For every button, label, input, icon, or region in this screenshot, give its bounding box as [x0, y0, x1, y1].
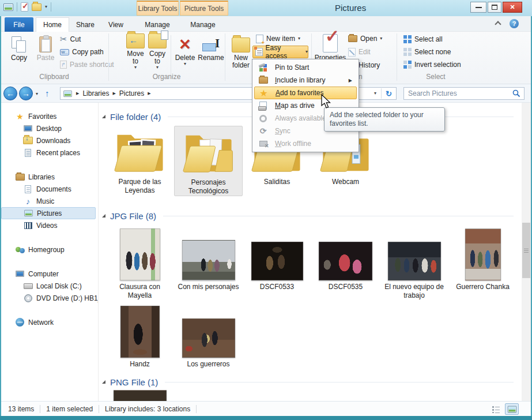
sidebar-item-documents[interactable]: Documents: [1, 183, 98, 195]
tab-file[interactable]: File: [5, 17, 33, 32]
photo-tile-el-nuevo-equipo[interactable]: El nuevo equipo de trabajo: [380, 224, 448, 300]
breadcrumb-libraries[interactable]: Libraries: [82, 89, 109, 97]
paste-shortcut-button[interactable]: Paste shortcut: [60, 59, 114, 70]
minimize-button[interactable]: [470, 2, 486, 13]
menu-item-work-offline[interactable]: Work offline: [254, 137, 357, 150]
qat-dropdown-icon[interactable]: ▾: [45, 5, 47, 9]
new-item-button[interactable]: New item▾: [256, 33, 300, 44]
photo-tile-clausura-con-mayella[interactable]: Clausura con Mayella: [105, 224, 174, 300]
easy-access-icon: [255, 48, 263, 56]
collapse-group-icon[interactable]: [102, 380, 105, 384]
help-icon[interactable]: ?: [510, 19, 519, 28]
search-input[interactable]: [404, 89, 512, 97]
cut-button[interactable]: ✂Cut: [60, 33, 81, 45]
sidebar-item-pictures[interactable]: Pictures: [1, 207, 96, 219]
photo-tile-dscf0535[interactable]: DSCF0535: [311, 224, 380, 291]
sidebar-item-computer[interactable]: Computer: [1, 268, 98, 280]
breadcrumb-arrow-icon[interactable]: ▶: [112, 91, 115, 96]
pictures-icon: [24, 210, 32, 216]
tab-manage-library[interactable]: Manage: [138, 17, 176, 32]
minimize-ribbon-chevron-icon[interactable]: [496, 22, 500, 27]
delete-button[interactable]: ✕ Delete▾: [173, 33, 197, 70]
recent-pages-dropdown-icon[interactable]: ▾: [36, 92, 38, 96]
library-locations: Library includes: 3 locations: [105, 405, 190, 413]
photo-tile-dscf0533[interactable]: DSCF0533: [243, 224, 311, 291]
photo-thumbnail: [114, 390, 167, 401]
sidebar-item-local-disk[interactable]: Local Disk (C:): [1, 280, 98, 292]
photo-tile-png[interactable]: [105, 390, 174, 401]
sync-icon: ⟳: [258, 126, 268, 136]
sidebar-item-libraries[interactable]: Libraries: [1, 171, 98, 183]
group-header-jpg-file[interactable]: JPG File (8): [102, 210, 514, 222]
item-label: Personajes Tecnológicos: [175, 178, 242, 196]
window-border: [0, 16, 1, 420]
invert-selection-button[interactable]: Invert selection: [403, 59, 461, 70]
sidebar-item-downloads[interactable]: ↓ Downloads: [1, 134, 98, 147]
properties-qat-icon[interactable]: [21, 2, 28, 12]
select-none-button[interactable]: Select none: [403, 46, 451, 58]
selected-count: 1 item selected: [46, 405, 93, 413]
open-button[interactable]: Open▾: [348, 33, 382, 44]
sidebar-item-videos[interactable]: Videos: [1, 219, 98, 231]
divider: [40, 405, 40, 413]
maximize-button[interactable]: [488, 2, 501, 13]
photo-tile-handz[interactable]: Handz: [105, 301, 174, 369]
search-icon[interactable]: [512, 89, 520, 97]
menu-item-pin-to-start[interactable]: Pin to Start: [254, 61, 357, 74]
close-button[interactable]: ✕: [503, 2, 522, 13]
edit-button[interactable]: Edit: [348, 46, 371, 58]
scrollbar-thumb[interactable]: [522, 223, 530, 278]
photo-tile-con-mis-personajes[interactable]: Con mis personajes: [174, 224, 243, 291]
copy-to-button[interactable]: Copy to▾: [144, 33, 171, 70]
breadcrumb-arrow-icon[interactable]: ▶: [148, 91, 150, 96]
breadcrumb-pictures[interactable]: Pictures: [119, 89, 144, 97]
collapse-group-icon[interactable]: [102, 214, 105, 217]
map-drive-icon: [259, 102, 267, 110]
up-button[interactable]: ↑: [45, 88, 50, 98]
back-button[interactable]: ←: [3, 87, 17, 100]
photo-thumbnail: [319, 242, 372, 280]
item-label: Con mis personajes: [178, 283, 239, 291]
thumbnails-view-button[interactable]: [505, 403, 519, 415]
photo-tile-los-guerreros[interactable]: Los guerreros: [174, 301, 243, 369]
address-dropdown-icon[interactable]: ▾: [374, 91, 376, 96]
divider: [171, 35, 171, 76]
select-all-button[interactable]: Select all: [403, 33, 443, 45]
folder-tile-personajes-tecnologicos[interactable]: Personajes Tecnológicos: [174, 126, 243, 196]
vertical-scrollbar[interactable]: [522, 103, 531, 401]
menu-item-include-in-library[interactable]: Include in library ▶: [254, 74, 357, 87]
item-label: Saliditas: [264, 178, 290, 186]
easy-access-button[interactable]: Easy access▾: [252, 46, 308, 58]
copy-button[interactable]: Copy: [7, 33, 31, 70]
paste-button[interactable]: Paste: [33, 33, 58, 70]
collapse-group-icon[interactable]: [102, 115, 105, 118]
tab-manage-picture[interactable]: Manage: [182, 17, 224, 32]
cut-icon: ✂: [60, 34, 67, 44]
sidebar-item-dvd-drive[interactable]: DVD Drive (D:) HB1_: [1, 292, 98, 304]
network-icon: [16, 318, 24, 327]
tab-home[interactable]: Home: [36, 17, 69, 32]
search-box[interactable]: [403, 87, 525, 100]
work-offline-icon: [259, 141, 267, 147]
forward-button[interactable]: →: [19, 87, 33, 100]
group-header-png-file[interactable]: PNG File (1): [102, 376, 514, 388]
tab-share[interactable]: Share: [70, 17, 100, 32]
photo-tile-guerrero-chanka[interactable]: Guerrero Chanka: [448, 224, 517, 291]
sidebar-item-network[interactable]: Network: [1, 316, 98, 328]
new-folder-qat-icon[interactable]: [32, 3, 41, 11]
sidebar-item-favorites[interactable]: ★ Favorites: [1, 110, 98, 122]
rename-button[interactable]: Rename: [197, 33, 225, 70]
refresh-icon[interactable]: ↻: [386, 89, 392, 98]
sidebar-item-recent-places[interactable]: Recent places: [1, 147, 98, 159]
folder-tile-parque-de-las-leyendas[interactable]: Parque de las Leyendas: [105, 126, 174, 195]
item-label: Guerrero Chanka: [456, 283, 510, 291]
details-view-button[interactable]: [489, 403, 503, 415]
sidebar-item-music[interactable]: ♪ Music: [1, 195, 98, 207]
breadcrumb-arrow-icon[interactable]: ▶: [76, 91, 79, 96]
new-folder-button[interactable]: New folder: [228, 33, 254, 70]
copy-path-button[interactable]: W...Copy path: [60, 46, 104, 58]
tab-view[interactable]: View: [101, 17, 130, 32]
sidebar-item-desktop[interactable]: Desktop: [1, 122, 98, 134]
sidebar-item-homegroup[interactable]: Homegroup: [1, 243, 98, 256]
menu-item-add-to-favorites[interactable]: ★ Add to favorites: [254, 87, 357, 99]
